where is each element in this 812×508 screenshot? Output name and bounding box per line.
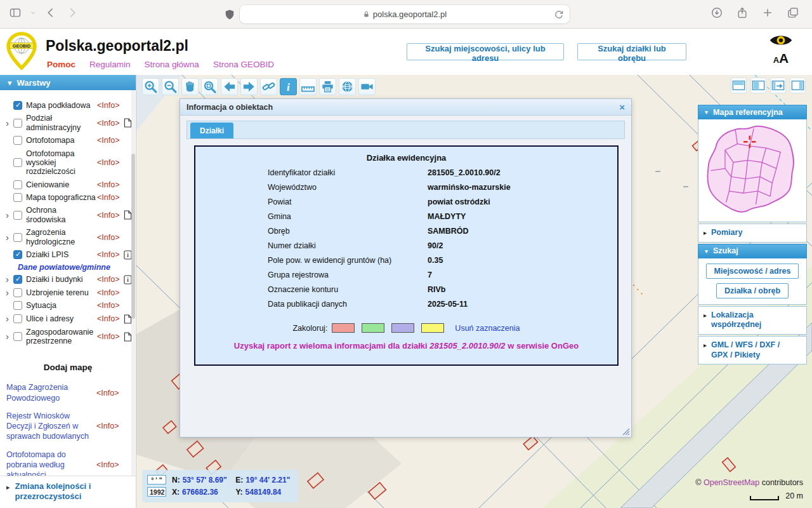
gml-export-link[interactable]: ▸ GML / WFS / DXF / GPX / Pikiety — [698, 336, 807, 364]
zoom-in-button[interactable] — [142, 78, 159, 95]
sidebar-scrollbar[interactable] — [131, 90, 135, 507]
layer-order-link[interactable]: Zmiana kolejności i przezroczystości — [15, 481, 117, 502]
add-map-info-link[interactable]: <Info> — [96, 389, 119, 398]
view-forward-button[interactable] — [240, 78, 258, 95]
link-button[interactable] — [260, 78, 277, 95]
info-button[interactable]: i — [280, 78, 297, 95]
layer-checkbox[interactable] — [13, 275, 22, 284]
forward-icon[interactable] — [65, 5, 80, 20]
coordinate-location-link[interactable]: ▸ Lokalizacja współrzędnej — [698, 306, 807, 335]
expand-chevron-icon[interactable]: › — [3, 276, 12, 283]
nav-strona-geobid[interactable]: Strona GEOBID — [213, 60, 274, 69]
back-icon[interactable] — [43, 5, 58, 20]
toggle-top-panel-button[interactable] — [731, 77, 747, 93]
layer-info-link[interactable]: <Info> — [97, 119, 124, 128]
dialog-titlebar[interactable]: Informacja o obiektach × — [180, 99, 631, 116]
expand-chevron-icon[interactable]: › — [3, 315, 12, 323]
toggle-right-panel-button[interactable] — [790, 77, 806, 93]
search-section-header[interactable]: ▾ Szukaj — [698, 244, 807, 258]
search-parcel-button[interactable]: Szukaj działki lub obrębu — [577, 43, 686, 60]
layer-checkbox[interactable] — [13, 233, 22, 242]
expand-panel-button[interactable] — [770, 77, 786, 93]
swatch-purple[interactable] — [391, 323, 414, 333]
caret-right-icon[interactable]: ▸ — [6, 483, 10, 491]
reference-map[interactable] — [698, 119, 807, 222]
dms-unit-badge[interactable]: ° ' " — [147, 475, 166, 485]
expand-chevron-icon[interactable]: › — [3, 289, 12, 297]
sidebar-toggle-icon[interactable] — [8, 5, 23, 20]
layer-info-link[interactable]: <Info> — [97, 233, 124, 242]
new-tab-icon[interactable] — [760, 5, 775, 20]
layer-checkbox[interactable] — [13, 332, 22, 341]
layer-info-link[interactable]: <Info> — [97, 301, 124, 310]
add-map-link[interactable]: Rejestr Wniosków Decyzji i Zgłoszeń w sp… — [6, 411, 89, 442]
font-size-control[interactable]: AA — [766, 51, 796, 65]
share-icon[interactable] — [735, 5, 750, 20]
zoom-out-button[interactable] — [162, 78, 179, 95]
add-map-info-link[interactable]: <Info> — [96, 460, 119, 469]
layer-checkbox[interactable] — [13, 211, 22, 220]
crs-badge[interactable]: 1992 — [147, 487, 166, 497]
toggle-left-panel-button[interactable] — [750, 77, 766, 93]
layer-checkbox[interactable] — [13, 314, 22, 323]
layer-info-link[interactable]: <Info> — [97, 332, 124, 341]
layer-info-link[interactable]: <Info> — [97, 136, 124, 145]
nav-strona-glowna[interactable]: Strona główna — [145, 60, 199, 69]
tab-overview-icon[interactable] — [785, 5, 801, 20]
layer-checkbox[interactable] — [13, 136, 22, 145]
url-field[interactable]: polska.geoportal2.pl — [240, 5, 570, 23]
globe-button[interactable] — [339, 78, 356, 95]
zoom-extent-button[interactable] — [201, 78, 218, 95]
place-address-button[interactable]: Miejscowość / adres — [706, 264, 799, 279]
expand-chevron-icon[interactable]: › — [3, 119, 12, 127]
expand-chevron-icon[interactable]: › — [3, 333, 12, 340]
layer-checkbox[interactable] — [13, 288, 22, 297]
layer-info-link[interactable]: <Info> — [97, 288, 124, 297]
accessibility-control[interactable]: AA — [766, 33, 796, 65]
view-back-button[interactable] — [221, 78, 238, 95]
pan-button[interactable] — [181, 78, 199, 95]
chevron-down-icon[interactable] — [29, 5, 37, 20]
expand-chevron-icon[interactable]: › — [3, 211, 12, 219]
layer-checkbox[interactable] — [13, 119, 22, 128]
add-map-info-link[interactable]: <Info> — [96, 422, 119, 431]
layer-info-link[interactable]: <Info> — [97, 158, 124, 167]
ongeo-report-link[interactable]: Uzyskaj raport z wieloma informacjami dl… — [195, 341, 617, 351]
tab-dzialki[interactable]: Działki — [190, 123, 233, 138]
swatch-yellow[interactable] — [421, 323, 444, 333]
expand-chevron-icon[interactable]: › — [3, 234, 12, 241]
reference-map-header[interactable]: ▾ Mapa referencyjna — [698, 105, 807, 119]
layer-info-link[interactable]: <Info> — [97, 180, 124, 189]
privacy-shield-icon[interactable] — [222, 7, 237, 22]
swatch-green[interactable] — [362, 323, 384, 333]
downloads-icon[interactable] — [709, 5, 724, 20]
measure-button[interactable] — [299, 78, 317, 95]
print-button[interactable] — [319, 78, 336, 95]
poland-map[interactable] — [700, 121, 803, 218]
nav-pomoc[interactable]: Pomoc — [47, 60, 75, 69]
layer-info-link[interactable]: <Info> — [97, 193, 124, 202]
layer-checkbox[interactable] — [13, 193, 22, 202]
parcel-precinct-button[interactable]: Działka / obręb — [716, 283, 789, 298]
resize-handle[interactable] — [621, 427, 630, 436]
search-place-button[interactable]: Szukaj miejscowości, ulicy lub adresu — [407, 43, 564, 60]
osm-link[interactable]: OpenStreetMap — [704, 478, 759, 487]
close-icon[interactable]: × — [619, 102, 625, 112]
swatch-red[interactable] — [332, 323, 355, 333]
layer-checkbox[interactable] — [13, 250, 22, 259]
clear-selection-link[interactable]: Usuń zaznaczenia — [455, 324, 520, 333]
layer-info-link[interactable]: <Info> — [97, 250, 124, 259]
refresh-icon[interactable] — [553, 9, 565, 20]
layer-checkbox[interactable] — [13, 158, 22, 167]
layer-checkbox[interactable] — [13, 180, 22, 189]
measures-section-header[interactable]: ▸ Pomiary — [698, 224, 807, 243]
nav-regulamin[interactable]: Regulamin — [89, 60, 131, 69]
layer-info-link[interactable]: <Info> — [97, 101, 124, 110]
video-button[interactable] — [358, 78, 376, 95]
layer-checkbox[interactable] — [13, 101, 22, 110]
add-map-link[interactable]: Mapa Zagrożenia Powodziowego — [6, 382, 89, 403]
layer-info-link[interactable]: <Info> — [97, 314, 124, 323]
layer-info-link[interactable]: <Info> — [97, 275, 124, 284]
layer-info-link[interactable]: <Info> — [97, 211, 124, 220]
map-canvas[interactable]: i Informacja o obiektach — [136, 75, 812, 508]
